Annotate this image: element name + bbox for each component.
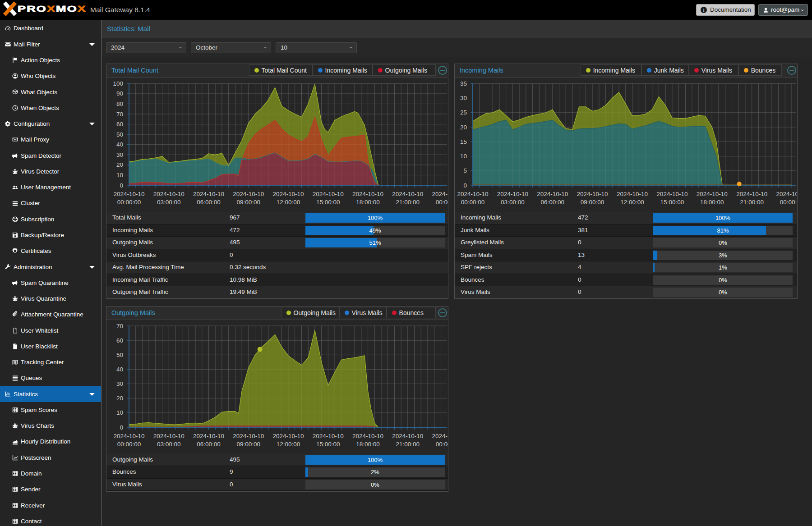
svg-text:06:00:00: 06:00:00 [197,441,221,448]
svg-text:15: 15 [460,138,467,145]
svg-text:2024-10-10: 2024-10-10 [193,433,224,439]
svg-text:100: 100 [113,80,123,87]
svg-text:50: 50 [116,352,123,358]
svg-text:10: 10 [460,153,467,160]
svg-text:00:00:00: 00:00:00 [117,199,141,206]
svg-text:2024-10-10: 2024-10-10 [457,191,488,197]
svg-text:2024-10-10: 2024-10-10 [577,191,608,197]
svg-text:25: 25 [460,109,467,116]
svg-text:03:00:00: 03:00:00 [157,441,181,448]
svg-text:2024-10-10: 2024-10-10 [432,433,448,439]
svg-text:12:00:00: 12:00:00 [277,441,300,448]
svg-text:00:00:00: 00:00:00 [461,199,485,206]
svg-text:0: 0 [120,182,123,189]
svg-text:2024-10-10: 2024-10-10 [352,191,383,197]
svg-text:2024-10-10: 2024-10-10 [697,191,728,197]
svg-text:06:00:00: 06:00:00 [197,199,221,206]
svg-text:2024-10-10: 2024-10-10 [113,433,144,439]
svg-text:40: 40 [116,366,123,373]
svg-text:2024-10-10: 2024-10-10 [432,191,448,197]
svg-text:03:00:00: 03:00:00 [501,199,525,206]
svg-text:12:00:00: 12:00:00 [620,199,644,206]
svg-text:2024-10-10: 2024-10-10 [233,191,264,197]
svg-text:03:00:00: 03:00:00 [157,199,181,206]
svg-text:20: 20 [460,124,467,131]
svg-text:21:00:00: 21:00:00 [396,441,420,448]
svg-text:00:00:00: 00:00:00 [117,441,141,448]
svg-text:20: 20 [116,395,123,402]
svg-text:18:00:00: 18:00:00 [356,441,380,448]
svg-text:2024-10-10: 2024-10-10 [776,191,797,197]
svg-text:09:00:00: 09:00:00 [581,199,604,206]
svg-text:06:00:00: 06:00:00 [541,199,565,206]
svg-text:21:00:00: 21:00:00 [396,199,420,206]
svg-text:2024-10-10: 2024-10-10 [656,191,687,197]
svg-text:2024-10-10: 2024-10-10 [153,191,185,197]
svg-text:18:00:00: 18:00:00 [700,199,724,206]
svg-text:2024-10-10: 2024-10-10 [113,191,144,197]
svg-text:2024-10-10: 2024-10-10 [313,191,344,197]
svg-text:2024-10-10: 2024-10-10 [392,433,423,439]
svg-text:80: 80 [116,101,123,107]
svg-text:00:00:00: 00:00:00 [436,199,448,206]
svg-text:15:00:00: 15:00:00 [316,441,340,448]
svg-text:2024-10-10: 2024-10-10 [272,433,304,439]
svg-text:2024-10-10: 2024-10-10 [272,191,304,197]
svg-text:30: 30 [460,95,467,101]
svg-text:2024-10-10: 2024-10-10 [313,433,344,439]
svg-text:30: 30 [116,380,123,387]
svg-text:20: 20 [116,161,123,168]
svg-text:2024-10-10: 2024-10-10 [617,191,648,197]
svg-text:10: 10 [116,172,123,178]
svg-text:21:00:00: 21:00:00 [740,199,764,206]
svg-text:2024-10-10: 2024-10-10 [392,191,423,197]
svg-text:40: 40 [116,141,123,148]
svg-text:60: 60 [116,121,123,128]
svg-text:2024-10-10: 2024-10-10 [537,191,568,197]
svg-text:12:00:00: 12:00:00 [277,199,300,206]
svg-text:09:00:00: 09:00:00 [237,441,261,448]
svg-text:30: 30 [116,151,123,158]
svg-text:2024-10-10: 2024-10-10 [736,191,767,197]
svg-text:10: 10 [116,409,123,416]
svg-text:70: 70 [116,323,123,329]
svg-text:00:00:00: 00:00:00 [780,199,797,206]
svg-text:90: 90 [116,90,123,97]
svg-text:2024-10-10: 2024-10-10 [233,433,264,439]
svg-text:60: 60 [116,337,123,344]
svg-text:0: 0 [463,182,467,189]
svg-text:2024-10-10: 2024-10-10 [153,433,185,439]
svg-text:15:00:00: 15:00:00 [660,199,684,206]
svg-text:0: 0 [120,424,123,431]
svg-text:09:00:00: 09:00:00 [237,199,261,206]
svg-text:15:00:00: 15:00:00 [316,199,340,206]
svg-text:2024-10-10: 2024-10-10 [497,191,528,197]
svg-text:5: 5 [463,167,467,174]
svg-text:00:00:00: 00:00:00 [436,441,448,448]
svg-text:70: 70 [116,111,123,118]
svg-text:2024-10-10: 2024-10-10 [352,433,383,439]
svg-text:50: 50 [116,131,123,138]
svg-text:18:00:00: 18:00:00 [356,199,380,206]
svg-text:2024-10-10: 2024-10-10 [193,191,224,197]
svg-text:35: 35 [460,80,467,87]
